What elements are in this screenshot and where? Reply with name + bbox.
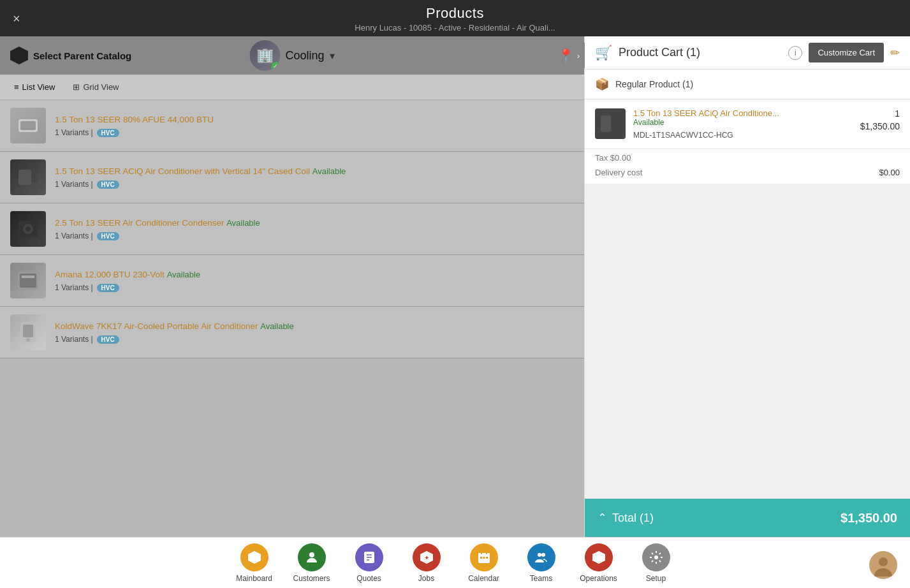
hvc-badge: HVC [97,180,119,189]
svg-point-30 [538,553,541,557]
catalog-name[interactable]: Cooling [285,49,324,62]
product-info: 1.5 Ton 13 SEER 80% AFUE 44,000 BTU 1 Va… [55,114,574,138]
calendar-icon [470,543,498,571]
select-parent-catalog[interactable]: Select Parent Catalog [10,47,131,64]
chevron-down-icon[interactable]: ▾ [330,50,335,62]
catalog-label-text: Select Parent Catalog [33,50,131,61]
nav-setup[interactable]: Setup [627,538,685,588]
user-avatar[interactable] [869,551,897,579]
hvc-badge: HVC [97,129,119,137]
total-amount: $1,350.00 [840,511,897,526]
mainboard-label: Mainboard [236,574,272,583]
nav-mainboard[interactable]: Mainboard [226,538,283,588]
cart-section-header: 📦 Regular Product (1) [585,70,910,99]
product-item[interactable]: 1.5 Ton 13 SEER 80% AFUE 44,000 BTU 1 Va… [0,100,584,152]
header: × Products Henry Lucas - 10085 - Active … [0,0,910,36]
cart-spacer [585,184,910,499]
nav-teams[interactable]: Teams [513,538,570,588]
calendar-label: Calendar [468,574,499,583]
nav-calendar[interactable]: Calendar [455,538,513,588]
check-icon: ✓ [271,62,280,71]
bottom-nav: Mainboard Customers Quotes ✦ Jobs Calend… [0,537,910,588]
svg-point-6 [26,226,31,232]
hvc-badge: HVC [97,335,119,344]
svg-rect-13 [601,115,611,132]
svg-rect-14 [611,118,620,129]
jobs-label: Jobs [418,574,434,583]
product-thumbnail [10,108,46,143]
svg-point-33 [654,555,658,559]
list-view-button[interactable]: ≡ List View [10,80,59,94]
catalog-hex-icon [10,47,28,64]
product-name: 2.5 Ton 13 SEER Air Conditioner Condense… [55,217,574,230]
svg-rect-1 [20,121,36,130]
catalog-image: 🏢 ✓ [249,40,280,71]
product-thumbnail [10,211,46,247]
product-meta: 1 Variants | HVC [55,283,574,292]
grid-view-label: Grid View [83,82,119,92]
product-item[interactable]: KoldWave 7KK17 Air-Cooled Portable Air C… [0,307,584,358]
product-variants: 1 Variants | [55,335,93,344]
total-chevron-icon[interactable]: ⌃ [598,511,607,525]
edit-icon[interactable]: ✏ [890,46,900,60]
close-button[interactable]: × [13,11,20,26]
teams-label: Teams [530,574,552,583]
box-icon: 📦 [595,77,609,91]
svg-rect-27 [480,557,482,559]
cart-item-quantity: 1 [860,108,900,119]
svg-rect-28 [483,557,485,559]
product-info: Amana 12,000 BTU 230-Volt Available 1 Va… [55,269,574,293]
quotes-icon [355,543,383,571]
product-variants: 1 Variants | [55,283,93,292]
left-panel: Select Parent Catalog 🏢 ✓ Cooling ▾ 📍 › … [0,36,584,537]
section-title: Regular Product (1) [615,79,693,89]
svg-rect-29 [486,557,488,559]
nav-quotes[interactable]: Quotes [341,538,398,588]
product-meta: 1 Variants | HVC [55,335,574,344]
product-meta: 1 Variants | HVC [55,180,574,189]
cart-item-name: 1.5 Ton 13 SEER ACiQ Air Conditione... [633,108,853,118]
svg-point-16 [309,552,314,557]
list-view-label: List View [22,82,55,92]
product-thumbnail [10,314,46,350]
product-item[interactable]: Amana 12,000 BTU 230-Volt Available 1 Va… [0,255,584,307]
product-variants: 1 Variants | [55,128,93,137]
panel-collapse-button[interactable]: › [572,43,585,68]
delivery-amount: $0.00 [879,168,900,177]
svg-rect-9 [22,276,34,278]
product-thumbnail [10,263,46,298]
product-name: 1.5 Ton 13 SEER ACiQ Air Conditioner wit… [55,166,574,178]
catalog-bar: Select Parent Catalog 🏢 ✓ Cooling ▾ 📍 › [0,36,584,75]
svg-rect-2 [18,170,31,185]
svg-rect-11 [23,325,33,337]
nav-customers[interactable]: Customers [283,538,341,588]
operations-label: Operations [580,574,617,583]
right-panel: 🛒 Product Cart (1) i Customize Cart ✏ 📦 … [584,36,910,537]
cart-item: 1.5 Ton 13 SEER ACiQ Air Conditione... A… [585,99,910,149]
list-icon: ≡ [14,82,19,92]
product-name: KoldWave 7KK17 Air-Cooled Portable Air C… [55,321,574,333]
product-meta: 1 Variants | HVC [55,128,574,137]
cart-icon: 🛒 [595,45,612,61]
product-item[interactable]: 2.5 Ton 13 SEER Air Conditioner Condense… [0,203,584,255]
product-list: 1.5 Ton 13 SEER 80% AFUE 44,000 BTU 1 Va… [0,100,584,537]
nav-operations[interactable]: Operations [570,538,627,588]
cart-delivery-row: Delivery cost $0.00 [585,165,910,184]
grid-icon: ⊞ [73,82,80,92]
product-item[interactable]: 1.5 Ton 13 SEER ACiQ Air Conditioner wit… [0,152,584,203]
total-bar: ⌃ Total (1) $1,350.00 [585,499,910,537]
page-subtitle: Henry Lucas - 10085 - Active - Residenti… [0,23,910,33]
product-info: 1.5 Ton 13 SEER ACiQ Air Conditioner wit… [55,166,574,189]
grid-view-button[interactable]: ⊞ Grid View [69,80,122,94]
product-thumbnail [10,159,46,195]
nav-jobs[interactable]: ✦ Jobs [398,538,455,588]
operations-icon [585,543,613,571]
customize-cart-button[interactable]: Customize Cart [809,43,884,62]
setup-icon [642,543,670,571]
product-info: 2.5 Ton 13 SEER Air Conditioner Condense… [55,217,574,241]
product-variants: 1 Variants | [55,180,93,189]
mainboard-icon [240,543,268,571]
svg-rect-3 [31,172,38,182]
total-label: Total (1) [612,511,840,525]
info-icon[interactable]: i [788,46,802,60]
